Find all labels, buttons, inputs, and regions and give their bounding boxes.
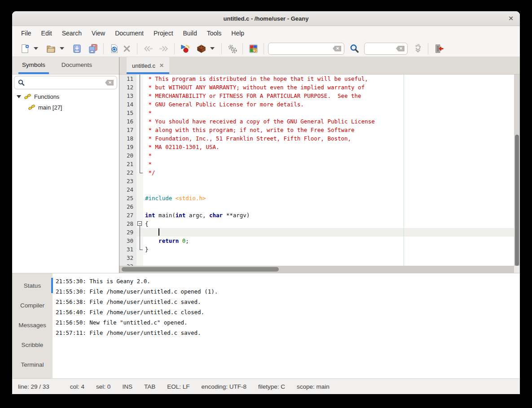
code-line[interactable]: 29 <box>119 228 514 237</box>
code-line[interactable]: 20 * <box>119 151 514 160</box>
code-text[interactable]: * along with this program; if not, write… <box>143 126 514 134</box>
menu-item-document[interactable]: Document <box>110 26 149 40</box>
code-line[interactable]: 26 <box>119 202 514 211</box>
code-text[interactable]: int main(int argc, char **argv) <box>143 211 514 219</box>
goto-line-entry[interactable]: ✕ <box>364 43 408 55</box>
titlebar[interactable]: untitled.c - /home/user - Geany ✕ <box>12 11 520 26</box>
symbol-search-entry[interactable]: ✕ <box>14 76 117 89</box>
code-line[interactable]: 22 */ <box>119 168 514 177</box>
code-line[interactable]: 11 * This program is distributed in the … <box>119 75 514 83</box>
code-line[interactable]: 24 <box>119 185 514 194</box>
line-number[interactable]: 26 <box>119 202 136 211</box>
code-line[interactable]: 23 <box>119 177 514 185</box>
code-line[interactable]: 27int main(int argc, char **argv) <box>119 211 514 219</box>
line-number[interactable]: 15 <box>119 109 136 117</box>
code-view[interactable]: 11 * This program is distributed in the … <box>119 75 514 266</box>
message-tab-compiler[interactable]: Compiler <box>12 298 53 313</box>
code-text[interactable]: #include <stdio.h> <box>143 194 514 202</box>
line-number[interactable]: 27 <box>119 211 136 219</box>
menu-item-edit[interactable]: Edit <box>36 26 57 40</box>
search-button[interactable] <box>348 42 361 55</box>
tab-close-icon[interactable]: ✕ <box>159 62 164 69</box>
code-text[interactable] <box>143 254 514 262</box>
clear-search-icon[interactable]: ✕ <box>333 46 341 52</box>
code-line[interactable]: 25#include <stdio.h> <box>119 194 514 202</box>
code-line[interactable]: 18 * Foundation, Inc., 51 Franklin Stree… <box>119 134 514 143</box>
build-button[interactable] <box>195 42 207 55</box>
sidebar-tab-symbols[interactable]: Symbols <box>16 57 52 74</box>
line-number[interactable]: 13 <box>119 92 136 100</box>
line-number[interactable]: 12 <box>119 83 136 92</box>
line-number[interactable]: 11 <box>119 75 136 83</box>
line-number[interactable]: 20 <box>119 151 136 160</box>
code-text[interactable]: * GNU General Public License for more de… <box>143 100 514 109</box>
code-line[interactable]: 16 * You should have received a copy of … <box>119 117 514 126</box>
close-document-button[interactable] <box>120 42 133 55</box>
new-file-button[interactable] <box>18 42 31 55</box>
vertical-scrollbar-thumb[interactable] <box>515 135 519 266</box>
menu-item-tools[interactable]: Tools <box>202 26 227 40</box>
save-button[interactable] <box>70 42 83 55</box>
horizontal-scrollbar[interactable] <box>119 266 514 273</box>
fold-margin[interactable] <box>136 219 143 228</box>
line-number[interactable]: 29 <box>119 228 136 237</box>
code-text[interactable] <box>143 185 514 194</box>
tab-untitled-c[interactable]: untitled.c ✕ <box>127 57 169 74</box>
code-line[interactable]: 32 <box>119 254 514 262</box>
code-text[interactable] <box>143 177 514 185</box>
code-line[interactable]: 17 * along with this program; if not, wr… <box>119 126 514 134</box>
menu-item-view[interactable]: View <box>87 26 110 40</box>
message-tab-messages[interactable]: Messages <box>12 317 53 333</box>
clear-symbol-search-icon[interactable]: ✕ <box>105 80 114 86</box>
expander-icon[interactable] <box>17 95 21 98</box>
code-line[interactable]: 12 * but WITHOUT ANY WARRANTY; without e… <box>119 83 514 92</box>
code-line[interactable]: 14 * GNU General Public License for more… <box>119 100 514 109</box>
code-text[interactable]: * This program is distributed in the hop… <box>143 75 514 83</box>
code-text[interactable] <box>143 202 514 211</box>
line-number[interactable]: 17 <box>119 126 136 134</box>
line-number[interactable]: 16 <box>119 117 136 126</box>
line-number[interactable]: 30 <box>119 237 136 245</box>
code-line[interactable]: 30 return 0; <box>119 237 514 245</box>
build-dropdown-icon[interactable] <box>210 47 215 50</box>
goto-line-input[interactable] <box>367 45 396 53</box>
compile-button[interactable] <box>179 42 191 55</box>
line-number[interactable]: 19 <box>119 143 136 151</box>
code-text[interactable]: * <box>143 160 514 168</box>
vertical-scrollbar[interactable] <box>514 75 520 266</box>
code-text[interactable]: * MERCHANTABILITY or FITNESS FOR A PARTI… <box>143 92 514 100</box>
code-text[interactable]: * but WITHOUT ANY WARRANTY; without even… <box>143 83 514 92</box>
line-number[interactable]: 22 <box>119 168 136 177</box>
open-file-dropdown-icon[interactable] <box>60 47 64 50</box>
code-text[interactable]: return 0; <box>143 237 514 245</box>
save-all-button[interactable] <box>87 42 99 55</box>
revert-button[interactable] <box>108 42 120 55</box>
goto-line-button[interactable] <box>411 42 424 55</box>
code-text[interactable]: { <box>143 219 514 228</box>
code-line[interactable]: 13 * MERCHANTABILITY or FITNESS FOR A PA… <box>119 92 514 100</box>
line-number[interactable]: 33 <box>119 262 136 266</box>
code-line[interactable]: 15 * <box>119 109 514 117</box>
menu-item-search[interactable]: Search <box>57 26 87 40</box>
navigate-back-button[interactable] <box>141 42 154 55</box>
menu-item-help[interactable]: Help <box>226 26 249 40</box>
code-line[interactable]: 33 <box>119 262 514 266</box>
color-chooser-button[interactable] <box>247 42 259 55</box>
line-number[interactable]: 23 <box>119 177 136 185</box>
code-line[interactable]: 21 * <box>119 160 514 168</box>
menu-item-file[interactable]: File <box>16 26 36 40</box>
window-close-icon[interactable]: ✕ <box>508 14 514 22</box>
navigate-forward-button[interactable] <box>158 42 170 55</box>
line-number[interactable]: 28 <box>119 219 136 228</box>
toolbar-search-input[interactable] <box>271 45 333 53</box>
sidebar-tab-documents[interactable]: Documents <box>55 57 98 74</box>
message-tab-scribble[interactable]: Scribble <box>12 337 53 352</box>
quit-button[interactable] <box>432 42 445 55</box>
code-text[interactable] <box>143 262 514 266</box>
code-text[interactable]: } <box>143 245 514 254</box>
code-text[interactable]: * <box>143 151 514 160</box>
line-number[interactable]: 14 <box>119 100 136 109</box>
fold-collapse-icon[interactable] <box>137 221 142 226</box>
symbol-search-input[interactable] <box>28 79 105 87</box>
code-line[interactable]: 31} <box>119 245 514 254</box>
